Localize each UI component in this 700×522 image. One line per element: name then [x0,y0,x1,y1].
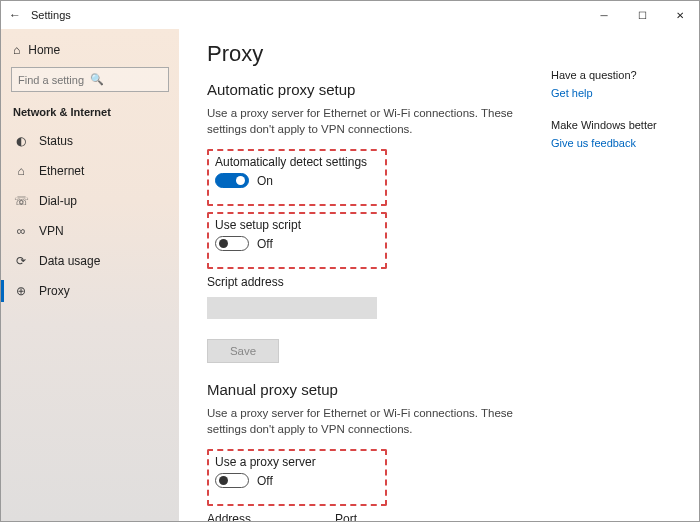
main-content: Proxy Automatic proxy setup Use a proxy … [179,29,547,521]
home-icon: ⌂ [13,43,20,57]
use-proxy-state: Off [257,474,273,488]
setup-script-toggle[interactable] [215,236,249,251]
titlebar: ← Settings ─ ☐ ✕ [1,1,699,29]
back-icon[interactable]: ← [9,8,21,22]
manual-desc: Use a proxy server for Ethernet or Wi-Fi… [207,406,527,437]
window-controls: ─ ☐ ✕ [585,1,699,29]
get-help-link[interactable]: Get help [551,87,687,99]
status-icon: ◐ [13,134,29,148]
category-label: Network & Internet [13,106,169,118]
callout-use-proxy: Use a proxy server Off [207,449,387,506]
data-usage-icon: ⟳ [13,254,29,268]
setup-script-state: Off [257,237,273,251]
vpn-icon: ∞ [13,224,29,238]
auto-detect-state: On [257,174,273,188]
sidebar-item-label: Data usage [39,254,100,268]
use-proxy-label: Use a proxy server [215,455,379,469]
script-address-label: Script address [207,275,537,289]
sidebar-item-label: Dial-up [39,194,77,208]
dialup-icon: ☏ [13,194,29,208]
sidebar-item-label: VPN [39,224,64,238]
give-feedback-link[interactable]: Give us feedback [551,137,687,149]
home-nav[interactable]: ⌂ Home [13,43,169,57]
script-address-input[interactable] [207,297,377,319]
auto-heading: Automatic proxy setup [207,81,537,98]
callout-setup-script: Use setup script Off [207,212,387,269]
ethernet-icon: ⌂ [13,164,29,178]
page-title: Proxy [207,41,537,67]
close-button[interactable]: ✕ [661,1,699,29]
search-icon: 🔍 [90,73,162,86]
manual-heading: Manual proxy setup [207,381,537,398]
search-input[interactable]: Find a setting 🔍 [11,67,169,92]
save-button[interactable]: Save [207,339,279,363]
sidebar-item-ethernet[interactable]: ⌂ Ethernet [11,156,169,186]
port-label: Port [335,512,405,521]
sidebar-item-label: Proxy [39,284,70,298]
sidebar-item-data-usage[interactable]: ⟳ Data usage [11,246,169,276]
question-head: Have a question? [551,69,687,81]
sidebar-item-vpn[interactable]: ∞ VPN [11,216,169,246]
address-label: Address [207,512,317,521]
use-proxy-toggle[interactable] [215,473,249,488]
sidebar: ⌂ Home Find a setting 🔍 Network & Intern… [1,29,179,521]
search-placeholder: Find a setting [18,74,90,86]
auto-detect-toggle[interactable] [215,173,249,188]
right-pane: Have a question? Get help Make Windows b… [547,29,699,521]
maximize-button[interactable]: ☐ [623,1,661,29]
app-title: Settings [31,9,71,21]
proxy-icon: ⊕ [13,284,29,298]
sidebar-item-dialup[interactable]: ☏ Dial-up [11,186,169,216]
sidebar-item-label: Status [39,134,73,148]
sidebar-item-status[interactable]: ◐ Status [11,126,169,156]
auto-detect-label: Automatically detect settings [215,155,379,169]
sidebar-item-proxy[interactable]: ⊕ Proxy [11,276,169,306]
auto-desc: Use a proxy server for Ethernet or Wi-Fi… [207,106,527,137]
callout-auto-detect: Automatically detect settings On [207,149,387,206]
setup-script-label: Use setup script [215,218,379,232]
sidebar-item-label: Ethernet [39,164,84,178]
feedback-head: Make Windows better [551,119,687,131]
home-label: Home [28,43,60,57]
minimize-button[interactable]: ─ [585,1,623,29]
